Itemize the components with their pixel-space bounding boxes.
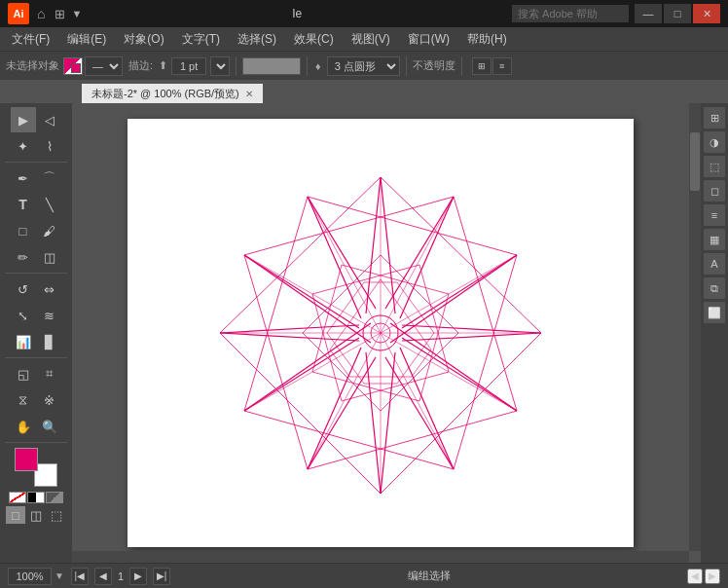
menu-window[interactable]: 窗口(W) (400, 29, 457, 50)
eraser-tool-button[interactable]: ◫ (37, 244, 62, 270)
horizontal-scrollbar[interactable] (72, 551, 689, 563)
reflect-tool-button[interactable]: ⇔ (37, 276, 62, 302)
type-tools: T ╲ (11, 192, 62, 217)
transform-panel-button[interactable]: ⊞ (704, 107, 725, 129)
curvature-tool-button[interactable]: ⌒ (37, 165, 62, 191)
mesh-tool-button[interactable]: ⌗ (37, 361, 62, 386)
lasso-button[interactable]: ⌇ (37, 133, 62, 159)
stroke-color-box: — (63, 56, 123, 76)
zoom-dropdown-arrow[interactable]: ▼ (55, 570, 64, 581)
color-panel-button[interactable]: ◑ (704, 131, 725, 153)
stroke-width-input[interactable] (171, 57, 206, 75)
home-icon[interactable]: ⌂ (37, 6, 45, 21)
stroke-type-dropdown[interactable]: — (85, 56, 123, 76)
stroke-color[interactable] (18, 452, 36, 469)
paintbrush-tool-button[interactable]: 🖌 (37, 218, 62, 243)
artboards-panel-button[interactable]: ⬜ (704, 302, 725, 323)
spike-10b (220, 325, 359, 333)
window-controls: — □ ✕ (635, 4, 720, 23)
column-graph-button[interactable]: ▊ (37, 329, 62, 354)
zoom-tool-button[interactable]: 🔍 (37, 414, 62, 439)
search-input[interactable] (512, 5, 629, 22)
scroll-left-button[interactable]: ◀ (687, 569, 703, 584)
artwork-svg (127, 119, 634, 547)
color-mode-buttons (9, 492, 63, 503)
pen-tool-button[interactable]: ✒ (11, 165, 36, 191)
hand-tool-button[interactable]: ✋ (11, 414, 36, 439)
close-button[interactable]: ✕ (693, 4, 720, 23)
spike-3a (402, 255, 517, 328)
last-page-button[interactable]: ▶| (153, 568, 170, 585)
black-white-button[interactable] (27, 492, 45, 503)
stroke-width-dropdown[interactable]: ▼ (210, 56, 230, 76)
graph-tool-button[interactable]: 📊 (11, 329, 36, 354)
line-tool-button[interactable]: ╲ (37, 192, 62, 217)
maximize-button[interactable]: □ (664, 4, 691, 23)
toolbar: 未选择对象 — 描边: ⬆ ▼ ♦ 3 点圆形 不透明度 ⊞ ≡ (0, 51, 728, 80)
spike-4b (402, 325, 541, 333)
color-swatch[interactable] (242, 57, 301, 75)
menu-text[interactable]: 文字(T) (174, 29, 228, 50)
pathfinder-panel-button[interactable]: ▦ (704, 229, 725, 250)
gradient-tool-button[interactable]: ◱ (11, 361, 36, 386)
canvas-scroll[interactable] (72, 103, 689, 563)
menu-edit[interactable]: 编辑(E) (59, 29, 114, 50)
scroll-right-button[interactable]: ▶ (705, 569, 720, 584)
draw-behind-button[interactable]: ◫ (26, 506, 46, 524)
blend-tool-button[interactable]: ⧖ (11, 387, 36, 413)
rectangle-tool-button[interactable]: □ (11, 218, 36, 243)
view-nav-arrows: ◀ ▶ (687, 569, 720, 584)
spike-2b (385, 197, 454, 309)
fill-color-button[interactable] (63, 57, 83, 75)
vertical-scroll-thumb[interactable] (690, 132, 700, 191)
menu-help[interactable]: 帮助(H) (459, 29, 515, 50)
star-shape[interactable] (220, 177, 541, 494)
blend-tools: ⧖ ※ (11, 387, 62, 413)
zoom-input[interactable]: 100% (8, 568, 52, 585)
align-panel-button[interactable]: ≡ (704, 204, 725, 226)
none-color-button[interactable] (9, 492, 26, 503)
layout-dropdown[interactable]: ▼ (71, 8, 82, 19)
menu-view[interactable]: 视图(V) (344, 29, 398, 50)
status-text: 编组选择 (176, 569, 681, 583)
selection-label: 未选择对象 (6, 58, 59, 73)
draw-inside-button[interactable]: ⬚ (47, 506, 66, 524)
separator-4 (461, 56, 462, 76)
prev-page-button[interactable]: ◀ (94, 568, 112, 585)
next-page-button[interactable]: ▶ (129, 568, 147, 585)
align-right-button[interactable]: ≡ (492, 57, 512, 75)
stroke-panel-button[interactable]: ◻ (704, 180, 725, 202)
warp-tool-button[interactable]: ≋ (37, 303, 62, 328)
magic-wand-tools: ✦ ⌇ (11, 133, 62, 159)
menu-effect[interactable]: 效果(C) (286, 29, 342, 50)
layout-icon[interactable]: ⊞ (55, 7, 65, 21)
tab-title: 未标题-2* @ 100% (RGB/预览) (91, 87, 239, 101)
vertical-scrollbar[interactable] (689, 103, 701, 551)
rotate-tool-button[interactable]: ↺ (11, 276, 36, 302)
menu-bar: 文件(F) 编辑(E) 对象(O) 文字(T) 选择(S) 效果(C) 视图(V… (0, 27, 728, 51)
minimize-button[interactable]: — (635, 4, 662, 23)
menu-select[interactable]: 选择(S) (230, 29, 284, 50)
symbol-tool-button[interactable]: ※ (37, 387, 62, 413)
magic-wand-button[interactable]: ✦ (11, 133, 36, 159)
appearance-panel-button[interactable]: ⬚ (704, 156, 725, 177)
layers-panel-button[interactable]: ⧉ (704, 277, 725, 299)
menu-object[interactable]: 对象(O) (116, 29, 171, 50)
normal-draw-button[interactable]: □ (6, 506, 25, 524)
type-tool-button[interactable]: T (11, 192, 36, 217)
character-panel-button[interactable]: A (704, 253, 725, 275)
separator-2 (307, 56, 308, 76)
close-tab-button[interactable]: ✕ (245, 89, 253, 99)
menu-file[interactable]: 文件(F) (4, 29, 57, 50)
document-tab[interactable]: 未标题-2* @ 100% (RGB/预览) ✕ (82, 84, 263, 103)
tab-bar: 未标题-2* @ 100% (RGB/预览) ✕ (0, 80, 728, 103)
direct-selection-tool-button[interactable]: ◁ (37, 107, 62, 132)
scale-tool-button[interactable]: ⤡ (11, 303, 36, 328)
first-page-button[interactable]: |◀ (71, 568, 89, 585)
brush-type-dropdown[interactable]: 3 点圆形 (327, 56, 400, 76)
align-left-button[interactable]: ⊞ (472, 57, 491, 75)
selection-tool-button[interactable]: ▶ (11, 107, 36, 132)
pencil-tool-button[interactable]: ✏ (11, 244, 36, 270)
spike-7b (366, 352, 381, 494)
reset-color-button[interactable] (46, 492, 63, 503)
